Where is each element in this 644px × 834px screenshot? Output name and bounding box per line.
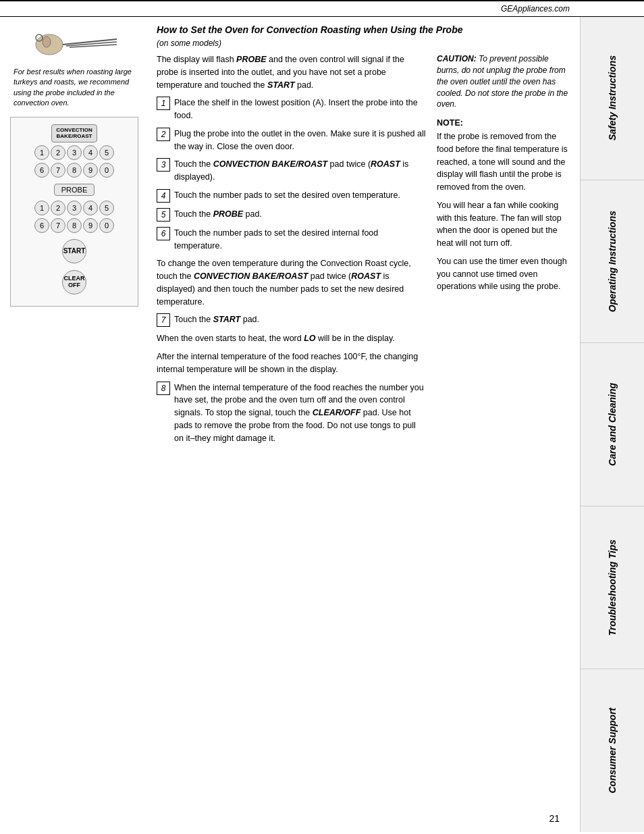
step-text-3: Touch the CONVECTION BAKE/ROAST pad twic… (174, 158, 427, 184)
steps-column: The display will flash PROBE and the ove… (157, 53, 427, 450)
step-text-5: Touch the PROBE pad. (174, 208, 427, 221)
sidebar-tab-operating: Operating Instructions (581, 180, 644, 344)
main-content: How to Set the Oven for Convection Roast… (149, 17, 580, 832)
lo-text: When the oven starts to heat, the word L… (157, 332, 427, 345)
btn-6: 6 (34, 163, 49, 178)
step-text-8: When the internal temperature of the foo… (174, 382, 427, 445)
sidebar-tab-operating-label: Operating Instructions (607, 211, 618, 312)
num-row-3: 1 2 3 4 5 (16, 201, 132, 215)
btn-2b: 2 (51, 201, 65, 215)
step-3: 3 Touch the CONVECTION BAKE/ROAST pad tw… (157, 158, 427, 184)
intro-paragraph: The display will flash PROBE and the ove… (157, 53, 427, 91)
num-row-1: 1 2 3 4 5 (16, 145, 132, 160)
website-url: GEAppliances.com (501, 4, 570, 14)
step-text-6: Touch the number pads to set the desired… (174, 227, 427, 253)
step-num-5: 5 (157, 208, 170, 221)
btn-3: 3 (67, 145, 82, 160)
start-row: START (16, 237, 132, 265)
start-button: START (62, 239, 86, 263)
step-num-8: 8 (157, 382, 170, 395)
note-text-1: If the probe is removed from the food be… (437, 130, 572, 194)
probe-row: PROBE (16, 181, 132, 199)
left-caption: For best results when roasting large tur… (10, 67, 142, 109)
oven-panel-diagram: CONVECTION BAKE/ROAST 1 2 3 4 5 6 7 8 9 … (10, 117, 138, 307)
step-text-1: Place the shelf in the lowest position (… (174, 97, 427, 122)
note-text-2: You will hear a fan while cooking with t… (437, 199, 572, 250)
step-4: 4 Touch the number pads to set the desir… (157, 189, 427, 203)
step-2: 2 Plug the probe into the outlet in the … (157, 128, 427, 153)
step-text-4: Touch the number pads to set the desired… (174, 189, 427, 202)
step-num-4: 4 (157, 189, 170, 203)
probe-button: PROBE (54, 184, 95, 196)
step-num-2: 2 (157, 128, 170, 141)
caution-label: CAUTION: (437, 54, 479, 63)
sidebar-tab-consumer-label: Consumer Support (607, 708, 618, 793)
btn-1: 1 (34, 145, 49, 160)
btn-0: 0 (99, 163, 114, 178)
step-5: 5 Touch the PROBE pad. (157, 208, 427, 221)
left-column: For best results when roasting large tur… (0, 17, 149, 832)
notes-column: CAUTION: To prevent possible burns, do n… (437, 53, 572, 450)
step-7: 7 Touch the START pad. (157, 313, 427, 327)
step-num-3: 3 (157, 158, 170, 172)
sidebar-tab-troubleshooting-label: Troubleshooting Tips (607, 540, 618, 636)
page-num-text: 21 (549, 813, 560, 824)
step-num-1: 1 (157, 97, 170, 110)
probe-illustration (10, 24, 142, 64)
sidebar-tab-care: Care and Cleaning (581, 343, 644, 506)
section-title: How to Set the Oven for Convection Roast… (157, 24, 572, 36)
step-1: 1 Place the shelf in the lowest position… (157, 97, 427, 122)
btn-7: 7 (51, 163, 65, 178)
subtitle: (on some models) (157, 38, 572, 48)
btn-4b: 4 (83, 201, 98, 215)
note-text-3: You can use the timer even though you ca… (437, 255, 572, 293)
num-row-4: 6 7 8 9 0 (16, 218, 132, 233)
btn-1b: 1 (34, 201, 49, 215)
btn-6b: 6 (34, 218, 49, 233)
change-temp-text: To change the oven temperature during th… (157, 257, 427, 308)
btn-4: 4 (83, 145, 98, 160)
two-col-section: The display will flash PROBE and the ove… (157, 53, 572, 450)
sidebar-tab-safety: Safety Instructions (581, 17, 644, 180)
sidebar-tab-consumer: Consumer Support (581, 669, 644, 832)
sidebar-tab-troubleshooting: Troubleshooting Tips (581, 506, 644, 670)
btn-7b: 7 (51, 218, 65, 233)
btn-2: 2 (51, 145, 65, 160)
step-num-7: 7 (157, 313, 170, 327)
header-bar: GEAppliances.com (0, 0, 644, 16)
note-label: NOTE: (437, 118, 572, 128)
sidebar-tab-care-label: Care and Cleaning (607, 383, 618, 466)
page-number: 21 (0, 813, 580, 824)
conv-bake-row: CONVECTION BAKE/ROAST (16, 124, 132, 142)
btn-8b: 8 (67, 218, 82, 233)
btn-5: 5 (99, 145, 114, 160)
btn-9: 9 (83, 163, 98, 178)
btn-3b: 3 (67, 201, 82, 215)
step-text-7: Touch the START pad. (174, 313, 427, 326)
step-6: 6 Touch the number pads to set the desir… (157, 227, 427, 253)
after-text: After the internal temperature of the fo… (157, 350, 427, 376)
clear-button: CLEAROFF (62, 270, 86, 294)
btn-0b: 0 (99, 218, 114, 233)
btn-9b: 9 (83, 218, 98, 233)
btn-8: 8 (67, 163, 82, 178)
step-num-6: 6 (157, 227, 170, 240)
step-text-2: Plug the probe into the outlet in the ov… (174, 128, 427, 153)
step-8: 8 When the internal temperature of the f… (157, 382, 427, 445)
right-sidebar: Safety Instructions Operating Instructio… (580, 17, 644, 832)
caution-box: CAUTION: To prevent possible burns, do n… (437, 53, 572, 110)
svg-point-1 (43, 36, 51, 47)
conv-bake-button: CONVECTION BAKE/ROAST (51, 124, 97, 142)
btn-5b: 5 (99, 201, 114, 215)
sidebar-tab-safety-label: Safety Instructions (607, 55, 618, 140)
note-section: NOTE: If the probe is removed from the f… (437, 118, 572, 293)
num-row-2: 6 7 8 9 0 (16, 163, 132, 178)
clear-row: CLEAROFF (16, 268, 132, 296)
